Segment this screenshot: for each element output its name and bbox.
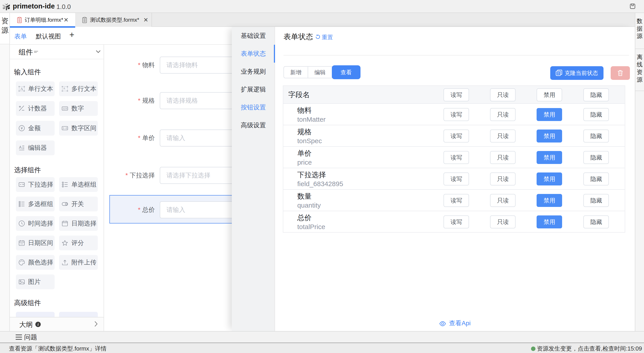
svg-text:A: A [19, 145, 22, 150]
svg-text:A: A [20, 87, 23, 91]
svg-text:¥: ¥ [20, 126, 23, 130]
svg-text:123: 123 [63, 107, 67, 110]
svg-text:1~3: 1~3 [63, 127, 67, 130]
svg-text:i: i [38, 322, 39, 326]
svg-text:A: A [63, 86, 65, 90]
